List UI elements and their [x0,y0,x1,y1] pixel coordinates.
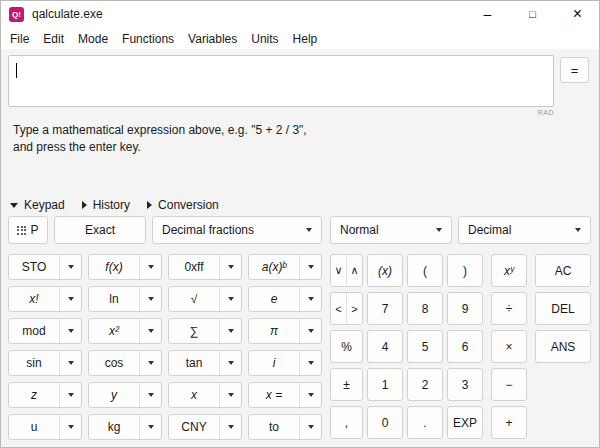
section-keypad[interactable]: Keypad [10,198,65,212]
open-paren-button[interactable]: ( [407,254,443,287]
sum-button[interactable]: ∑ [168,318,242,344]
digit-8-button[interactable]: 8 [407,292,443,325]
close-button[interactable]: × [555,0,600,28]
sto-button-label[interactable]: STO [9,255,60,279]
x-parentheses-button[interactable]: (x) [367,254,403,287]
factorial-button-label[interactable]: x! [9,287,60,311]
pi-button-label[interactable]: π [249,319,300,343]
ln-button-label[interactable]: ln [89,287,140,311]
power-ab-menu-button[interactable] [300,255,321,279]
digit-6-button[interactable]: 6 [447,330,483,363]
convert-to-button-label[interactable]: to [249,415,300,439]
currency-cny-button-label[interactable]: CNY [169,415,220,439]
i-button-label[interactable]: i [249,351,300,375]
maximize-button[interactable]: □ [510,0,555,28]
section-history[interactable]: History [82,198,130,212]
digit-2-button[interactable]: 2 [407,368,443,401]
e-button-label[interactable]: e [249,287,300,311]
exact-toggle-button[interactable]: Exact [54,216,146,244]
digit-3-button[interactable]: 3 [447,368,483,401]
expression-input[interactable] [8,55,554,107]
tan-button[interactable]: tan [168,350,242,376]
mod-button[interactable]: mod [8,318,82,344]
caret-up-button[interactable]: ∧ [347,255,362,286]
menu-functions[interactable]: Functions [115,30,181,48]
sqrt-button[interactable]: √ [168,286,242,312]
delete-button[interactable]: DEL [535,292,591,325]
e-menu-button[interactable] [300,287,321,311]
x-squared-menu-button[interactable] [140,319,161,343]
pi-menu-button[interactable] [300,319,321,343]
hex-button-label[interactable]: 0xff [169,255,220,279]
digit-0-button[interactable]: 0 [367,406,403,439]
digit-7-button[interactable]: 7 [367,292,403,325]
section-conversion[interactable]: Conversion [147,198,219,212]
cursor-left-button[interactable]: < [331,293,347,324]
power-ab-button-label[interactable]: a(x)ᵇ [249,255,300,279]
menu-units[interactable]: Units [244,30,285,48]
e-button[interactable]: e [248,286,322,312]
digit-9-button[interactable]: 9 [447,292,483,325]
var-y-button-label[interactable]: y [89,383,140,407]
percent-button[interactable]: % [330,330,363,363]
solve-x-button-label[interactable]: x = [249,383,300,407]
i-menu-button[interactable] [300,351,321,375]
close-paren-button[interactable]: ) [447,254,483,287]
menu-file[interactable]: File [3,30,36,48]
sqrt-button-label[interactable]: √ [169,287,220,311]
fx-button-label[interactable]: f(x) [89,255,140,279]
angle-mode-indicator[interactable]: RAD [8,109,554,116]
unit-kg-button-label[interactable]: kg [89,415,140,439]
tan-menu-button[interactable] [220,351,241,375]
ln-button[interactable]: ln [88,286,162,312]
solve-x-button[interactable]: x = [248,382,322,408]
mod-menu-button[interactable] [60,319,81,343]
menu-edit[interactable]: Edit [36,30,71,48]
clear-all-button[interactable]: AC [535,254,591,287]
digit-5-button[interactable]: 5 [407,330,443,363]
power-button[interactable]: xʸ [491,254,527,287]
x-squared-button[interactable]: x² [88,318,162,344]
currency-cny-menu-button[interactable] [220,415,241,439]
var-y-menu-button[interactable] [140,383,161,407]
sto-menu-button[interactable] [60,255,81,279]
ln-menu-button[interactable] [140,287,161,311]
hex-menu-button[interactable] [220,255,241,279]
tan-button-label[interactable]: tan [169,351,220,375]
keypad-layout-button[interactable]: P [8,216,48,244]
hex-button[interactable]: 0xff [168,254,242,280]
sum-button-label[interactable]: ∑ [169,319,220,343]
menu-help[interactable]: Help [286,30,325,48]
fraction-mode-select[interactable]: Decimal fractions [152,216,322,244]
sin-menu-button[interactable] [60,351,81,375]
minus-button[interactable]: − [491,368,527,401]
currency-cny-button[interactable]: CNY [168,414,242,440]
comma-button[interactable]: , [330,406,363,439]
var-y-button[interactable]: y [88,382,162,408]
sqrt-menu-button[interactable] [220,287,241,311]
unit-u-button-label[interactable]: u [9,415,60,439]
exponent-button[interactable]: EXP [447,406,483,439]
var-x-menu-button[interactable] [220,383,241,407]
cos-menu-button[interactable] [140,351,161,375]
digit-4-button[interactable]: 4 [367,330,403,363]
unit-u-button[interactable]: u [8,414,82,440]
solve-x-menu-button[interactable] [300,383,321,407]
var-x-button[interactable]: x [168,382,242,408]
sto-button[interactable]: STO [8,254,82,280]
sum-menu-button[interactable] [220,319,241,343]
var-z-button[interactable]: z [8,382,82,408]
divide-button[interactable]: ÷ [491,292,527,325]
var-z-button-label[interactable]: z [9,383,60,407]
var-x-button-label[interactable]: x [169,383,220,407]
factorial-menu-button[interactable] [60,287,81,311]
i-button[interactable]: i [248,350,322,376]
var-z-menu-button[interactable] [60,383,81,407]
factorial-button[interactable]: x! [8,286,82,312]
decimal-point-button[interactable]: . [407,406,443,439]
convert-to-button[interactable]: to [248,414,322,440]
unit-kg-button[interactable]: kg [88,414,162,440]
multiply-button[interactable]: × [491,330,527,363]
cos-button[interactable]: cos [88,350,162,376]
fx-button[interactable]: f(x) [88,254,162,280]
